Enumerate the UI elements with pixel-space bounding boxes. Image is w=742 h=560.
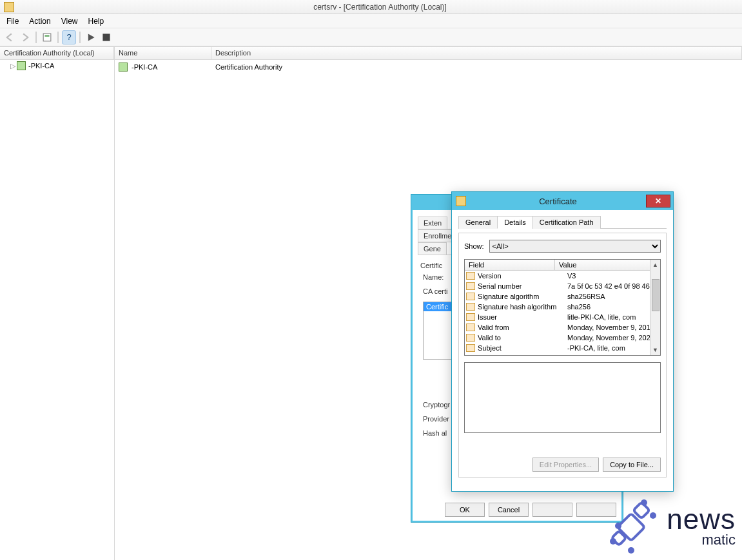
certificate-dialog: Certificate ✕ General Details Certificat… bbox=[451, 191, 674, 492]
close-button[interactable]: ✕ bbox=[646, 195, 670, 208]
menu-file[interactable]: File bbox=[1, 15, 24, 27]
field-name: Serial number bbox=[478, 281, 565, 291]
back-button[interactable] bbox=[3, 30, 17, 44]
field-icon bbox=[466, 282, 475, 290]
cert-field-row[interactable]: Issuerlitle-PKI-CA, litle, com bbox=[465, 312, 660, 322]
value-column-header[interactable]: Value bbox=[555, 260, 660, 270]
show-dropdown[interactable]: <All> bbox=[489, 240, 661, 253]
field-icon bbox=[466, 334, 475, 342]
field-name: Subject bbox=[478, 343, 565, 353]
field-icon bbox=[466, 323, 475, 331]
tree-pane: Certification Authority (Local) ▷ -PKI-C… bbox=[0, 46, 115, 560]
window-title: certsrv - [Certification Authority (Loca… bbox=[18, 3, 742, 12]
tree-node-label: -PKI-CA bbox=[28, 62, 54, 70]
field-name: Version bbox=[478, 271, 565, 281]
field-name: Valid from bbox=[478, 322, 565, 333]
toolbar-separator bbox=[57, 32, 59, 43]
field-name: Issuer bbox=[478, 312, 565, 322]
help-dialog-button[interactable] bbox=[576, 503, 616, 517]
field-icon bbox=[466, 303, 475, 311]
field-value: Monday, November 9, 2015 3:... bbox=[565, 322, 659, 333]
apply-button[interactable] bbox=[532, 503, 572, 517]
ok-button[interactable]: OK bbox=[445, 503, 485, 517]
help-button[interactable]: ? bbox=[62, 30, 76, 44]
field-value: Monday, November 9, 2020 3:... bbox=[565, 333, 659, 343]
stop-button[interactable] bbox=[99, 30, 113, 44]
field-icon bbox=[466, 293, 475, 300]
field-value: litle-PKI-CA, litle, com bbox=[565, 312, 659, 322]
certificate-titlebar[interactable]: Certificate ✕ bbox=[452, 192, 673, 210]
properties-button[interactable] bbox=[40, 30, 54, 44]
svg-rect-1 bbox=[45, 35, 50, 36]
svg-rect-0 bbox=[43, 34, 51, 41]
menu-bar: File Action View Help bbox=[0, 14, 742, 28]
cert-field-row[interactable]: Valid fromMonday, November 9, 2015 3:... bbox=[465, 322, 660, 333]
scroll-down-icon[interactable]: ▼ bbox=[650, 345, 660, 355]
cert-tab-details[interactable]: Details bbox=[497, 216, 533, 229]
tree-header: Certification Authority (Local) bbox=[0, 47, 114, 59]
tree-ca-icon bbox=[17, 61, 26, 70]
certificate-fields-grid[interactable]: Field Value VersionV3Serial number7a 5f … bbox=[464, 259, 661, 356]
field-icon bbox=[466, 344, 475, 352]
list-row[interactable]: -PKI-CA Certification Authority bbox=[115, 60, 742, 74]
forward-button[interactable] bbox=[18, 30, 32, 44]
window-titlebar: certsrv - [Certification Authority (Loca… bbox=[0, 0, 742, 14]
menu-action[interactable]: Action bbox=[24, 15, 55, 27]
menu-view[interactable]: View bbox=[56, 15, 83, 27]
tree-expander-icon[interactable]: ▷ bbox=[10, 62, 17, 70]
tree-node-ca[interactable]: ▷ -PKI-CA bbox=[0, 60, 114, 72]
scroll-up-icon[interactable]: ▲ bbox=[650, 260, 660, 270]
field-column-header[interactable]: Field bbox=[465, 260, 555, 270]
cancel-button[interactable]: Cancel bbox=[489, 503, 529, 517]
cell-description: Certification Authority bbox=[215, 63, 282, 71]
field-value: -PKI-CA, litle, com bbox=[565, 343, 659, 353]
edit-properties-button: Edit Properties... bbox=[532, 458, 599, 472]
field-value: 7a 5f 0c 53 42 e4 0f 98 46 8b ... bbox=[565, 281, 659, 291]
cert-tab-general[interactable]: General bbox=[458, 216, 498, 229]
field-name: Valid to bbox=[478, 333, 565, 343]
field-value: sha256 bbox=[565, 302, 659, 312]
field-value-textarea[interactable] bbox=[464, 362, 661, 433]
field-value: sha256RSA bbox=[565, 291, 659, 302]
cert-tab-path[interactable]: Certification Path bbox=[532, 216, 601, 229]
certificate-icon bbox=[456, 196, 466, 206]
cert-field-row[interactable]: VersionV3 bbox=[465, 271, 660, 281]
cert-field-row[interactable]: Valid toMonday, November 9, 2020 3:... bbox=[465, 333, 660, 343]
copy-to-file-button[interactable]: Copy to File... bbox=[603, 458, 661, 472]
play-button[interactable] bbox=[84, 30, 98, 44]
field-icon bbox=[466, 272, 475, 280]
col-name[interactable]: Name bbox=[115, 47, 211, 59]
field-value: V3 bbox=[565, 271, 659, 281]
field-name: Signature algorithm bbox=[478, 291, 565, 302]
show-label: Show: bbox=[464, 242, 484, 250]
field-name: Signature hash algorithm bbox=[478, 302, 565, 312]
cert-field-row[interactable]: Signature hash algorithmsha256 bbox=[465, 302, 660, 312]
scroll-thumb[interactable] bbox=[652, 279, 659, 311]
cert-field-row[interactable]: Signature algorithmsha256RSA bbox=[465, 291, 660, 302]
ca-icon bbox=[119, 63, 128, 72]
toolbar-separator bbox=[79, 32, 81, 43]
properties-tab-extensions[interactable]: Exten bbox=[418, 217, 447, 229]
field-icon bbox=[466, 313, 475, 321]
menu-help[interactable]: Help bbox=[83, 15, 110, 27]
cell-name: -PKI-CA bbox=[132, 63, 157, 71]
cert-field-row[interactable]: Subject-PKI-CA, litle, com bbox=[465, 343, 660, 353]
col-description[interactable]: Description bbox=[211, 47, 742, 59]
cert-field-row[interactable]: Serial number7a 5f 0c 53 42 e4 0f 98 46 … bbox=[465, 281, 660, 291]
svg-rect-2 bbox=[103, 34, 110, 41]
properties-tab-general[interactable]: Gene bbox=[418, 242, 447, 255]
details-tab-page: Show: <All> Field Value VersionV3Serial … bbox=[458, 233, 667, 478]
fields-scrollbar[interactable]: ▲ ▼ bbox=[650, 260, 660, 355]
toolbar-separator bbox=[35, 32, 37, 43]
toolbar: ? bbox=[0, 28, 742, 46]
app-icon bbox=[4, 2, 14, 12]
certificate-title: Certificate bbox=[470, 197, 646, 206]
